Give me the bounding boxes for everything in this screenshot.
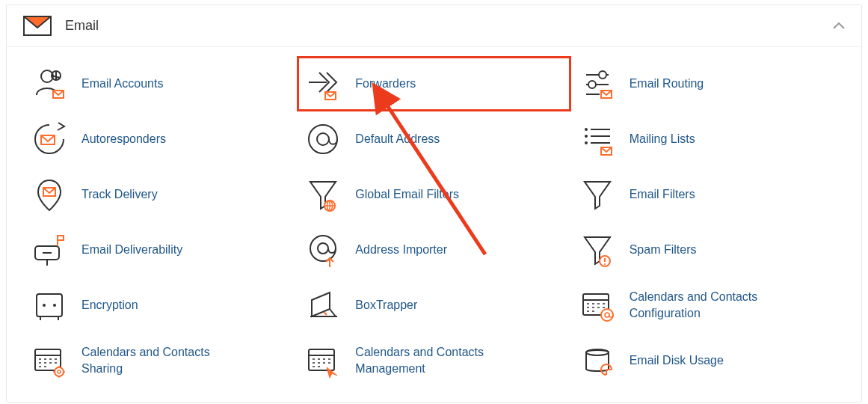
svg-point-16 [585, 128, 588, 131]
filter-icon [579, 176, 616, 213]
email-panel: Email [6, 4, 862, 403]
item-boxtrapper[interactable]: BoxTrapper [297, 278, 570, 333]
item-forwarders[interactable]: Forwarders [297, 56, 570, 111]
item-label: Email Disk Usage [630, 352, 724, 369]
item-address-importer[interactable]: Address Importer [297, 222, 570, 278]
item-label: Track Delivery [81, 186, 158, 203]
item-encryption[interactable]: Encryption [23, 278, 297, 333]
svg-rect-78 [309, 349, 334, 370]
svg-point-72 [55, 367, 64, 376]
item-email-filters[interactable]: Email Filters [571, 167, 845, 222]
item-email-routing[interactable]: Email Routing [571, 56, 845, 111]
filter-globe-icon [304, 176, 342, 213]
item-email-deliverability[interactable]: Email Deliverability [23, 222, 297, 278]
svg-point-15 [317, 133, 329, 145]
item-label: Email Filters [630, 186, 695, 203]
pin-mail-icon [31, 176, 68, 213]
filter-warning-icon [579, 231, 616, 269]
at-sign-icon [304, 120, 342, 158]
item-calendars-contacts-config[interactable]: Calendars and Contacts Configuration [571, 278, 845, 333]
item-global-email-filters[interactable]: Global Email Filters [297, 167, 570, 222]
routing-icon [579, 65, 616, 102]
item-label: Calendars and Contacts Sharing [81, 344, 238, 376]
item-mailing-lists[interactable]: Mailing Lists [571, 111, 845, 167]
item-label: Email Accounts [81, 76, 163, 92]
email-panel-body: Email Accounts Forwarders [7, 47, 861, 402]
item-email-accounts[interactable]: Email Accounts [23, 56, 297, 111]
svg-point-14 [309, 125, 337, 153]
item-label: Email Deliverability [81, 242, 182, 258]
item-label: Mailing Lists [630, 131, 695, 147]
email-items-grid: Email Accounts Forwarders [23, 56, 845, 388]
item-label: Address Importer [355, 242, 447, 258]
item-label: Forwarders [355, 76, 416, 92]
item-label: Calendars and Contacts Management [355, 344, 512, 376]
svg-rect-31 [58, 236, 64, 240]
item-label: BoxTrapper [355, 297, 417, 313]
forward-arrows-icon [304, 65, 342, 102]
item-label: Default Address [355, 131, 440, 147]
item-track-delivery[interactable]: Track Delivery [23, 167, 297, 222]
svg-line-45 [324, 312, 327, 315]
calendar-cursor-icon [304, 342, 342, 379]
email-icon [23, 16, 52, 36]
item-spam-filters[interactable]: Spam Filters [571, 222, 845, 278]
list-mail-icon [579, 120, 616, 158]
safe-icon [31, 287, 68, 324]
svg-point-18 [585, 135, 588, 138]
svg-point-32 [310, 236, 336, 261]
box-trap-icon [304, 287, 342, 324]
email-panel-header[interactable]: Email [7, 5, 861, 47]
item-label: Spam Filters [630, 242, 697, 258]
svg-point-40 [53, 304, 56, 307]
item-label: Encryption [81, 297, 138, 313]
svg-point-58 [601, 309, 613, 321]
svg-point-37 [604, 263, 606, 265]
svg-line-43 [330, 309, 336, 316]
calendar-at-icon [579, 287, 616, 324]
svg-point-33 [318, 243, 328, 254]
item-label: Email Routing [630, 76, 704, 92]
item-email-disk-usage[interactable]: Email Disk Usage [571, 333, 845, 388]
at-import-icon [304, 231, 342, 269]
item-label: Calendars and Contacts Configuration [630, 289, 787, 321]
mailbox-icon [31, 231, 68, 269]
disk-usage-icon [579, 342, 616, 379]
chevron-up-icon [833, 22, 845, 30]
item-autoresponders[interactable]: Autoresponders [23, 111, 297, 167]
item-default-address[interactable]: Default Address [297, 111, 570, 167]
item-calendars-contacts-sharing[interactable]: Calendars and Contacts Sharing [23, 333, 297, 388]
item-label: Global Email Filters [355, 186, 459, 203]
svg-rect-38 [37, 294, 62, 316]
item-calendars-contacts-management[interactable]: Calendars and Contacts Management [297, 333, 570, 388]
panel-title: Email [65, 18, 833, 34]
svg-point-10 [588, 81, 596, 88]
autoresponder-icon [31, 120, 68, 158]
svg-point-39 [43, 304, 46, 307]
user-mail-icon [31, 65, 68, 102]
calendar-gear-icon [31, 342, 68, 379]
svg-point-20 [585, 141, 588, 144]
svg-point-8 [599, 71, 606, 79]
item-label: Autoresponders [81, 131, 166, 147]
